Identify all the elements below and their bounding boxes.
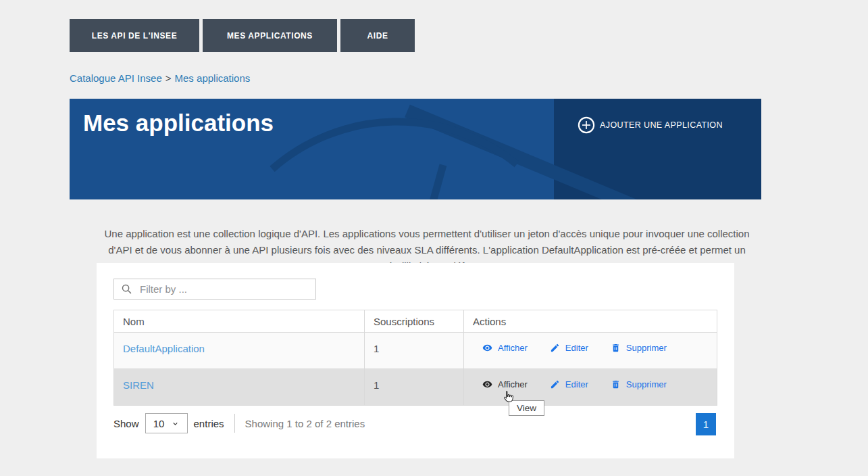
page-1-button[interactable]: 1 [696,413,716,435]
entries-label: entries [194,418,224,429]
afficher-label: Afficher [498,343,528,353]
filter-box [113,279,316,300]
afficher-button[interactable]: Afficher [482,343,528,353]
supprimer-button[interactable]: Supprimer [611,379,667,389]
editer-button[interactable]: Editer [550,343,588,353]
page: LES API DE L'INSEE MES APPLICATIONS AIDE… [0,0,868,476]
breadcrumb-current: Mes applications [175,72,251,84]
souscriptions-count: 1 [365,333,464,368]
eye-icon [482,343,492,353]
nav-item-les-api-de-linsee[interactable]: LES API DE L'INSEE [70,19,199,52]
afficher-label: Afficher [498,379,528,389]
application-link-defaultapplication[interactable]: DefaultApplication [123,343,205,354]
column-header-nom: Nom [114,310,365,332]
breadcrumb-link-catalogue[interactable]: Catalogue API Insee [70,72,162,84]
filter-input[interactable] [138,283,309,295]
editer-label: Editer [565,379,588,389]
souscriptions-count: 1 [365,369,464,405]
search-icon [121,283,132,295]
pagination-bar: Show 10 entries Showing 1 to 2 of 2 entr… [113,412,365,435]
breadcrumb: Catalogue API Insee>Mes applications [70,72,250,84]
page-size-select[interactable]: 10 [145,413,188,433]
pencil-icon [550,343,560,353]
show-label: Show [113,418,139,429]
trash-icon [611,379,621,389]
top-nav: LES API DE L'INSEE MES APPLICATIONS AIDE [70,19,415,52]
eye-icon [482,379,492,389]
applications-card: Nom Souscriptions Actions DefaultApplica… [97,263,734,458]
plus-circle-icon [578,116,595,134]
chevron-down-icon [172,420,179,427]
pager-divider [234,414,235,433]
column-header-souscriptions: Souscriptions [365,310,464,332]
add-application-label: AJOUTER UNE APPLICATION [600,120,723,130]
hand-cursor-icon [501,389,516,404]
supprimer-label: Supprimer [626,343,667,353]
page-title: Mes applications [83,110,274,137]
afficher-button-hovered[interactable]: Afficher [482,379,528,389]
column-header-actions: Actions [464,310,717,332]
editer-label: Editer [565,343,588,353]
nav-item-aide[interactable]: AIDE [340,19,415,52]
editer-button[interactable]: Editer [550,379,588,389]
supprimer-button[interactable]: Supprimer [611,343,667,353]
application-link-siren[interactable]: SIREN [123,379,154,391]
pencil-icon [550,379,560,389]
table-row: DefaultApplication 1 Afficher Editer Sup… [114,332,717,368]
supprimer-label: Supprimer [626,379,667,389]
nav-item-mes-applications[interactable]: MES APPLICATIONS [203,19,337,52]
breadcrumb-separator: > [165,72,172,84]
trash-icon [611,343,621,353]
table-header-row: Nom Souscriptions Actions [114,310,717,332]
hero-banner: Mes applications AJOUTER UNE APPLICATION [70,99,761,199]
add-application-button[interactable]: AJOUTER UNE APPLICATION [578,116,723,134]
page-size-value: 10 [153,418,165,429]
entries-summary: Showing 1 to 2 of 2 entries [245,418,365,429]
table-row: SIREN 1 Afficher Editer Supprimer [114,368,717,405]
applications-table: Nom Souscriptions Actions DefaultApplica… [113,310,717,406]
